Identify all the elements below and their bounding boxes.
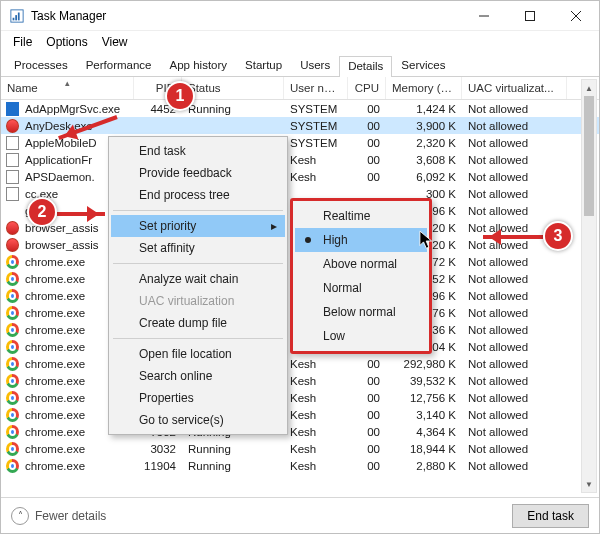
- priority-low[interactable]: Low: [295, 324, 427, 348]
- menu-file[interactable]: File: [7, 33, 38, 51]
- col-name[interactable]: ▴Name: [1, 77, 134, 99]
- selected-dot-icon: [305, 237, 311, 243]
- table-row[interactable]: chrome.exe11904RunningKesh002,880 KNot a…: [1, 457, 599, 474]
- cell-cpu: 00: [348, 392, 386, 404]
- svg-rect-2: [15, 15, 17, 20]
- cell-memory: 39,532 K: [386, 375, 462, 387]
- process-context-menu[interactable]: End taskProvide feedbackEnd process tree…: [108, 136, 288, 435]
- submenu-arrow-icon: ▸: [271, 219, 277, 233]
- cell-memory: 3,900 K: [386, 120, 462, 132]
- process-icon: [1, 255, 19, 269]
- priority-label: Low: [323, 329, 345, 343]
- scroll-up-button[interactable]: ▲: [582, 80, 596, 96]
- cell-memory: 6,092 K: [386, 171, 462, 183]
- taskmgr-app-icon: [9, 8, 25, 24]
- cell-status: Running: [182, 103, 284, 115]
- cell-uac: Not allowed: [462, 375, 567, 387]
- table-row[interactable]: chrome.exe7532RunningKesh004,364 KNot al…: [1, 423, 599, 440]
- process-icon: [1, 119, 19, 133]
- window-close-button[interactable]: [553, 1, 599, 31]
- annotation-badge-3: 3: [543, 221, 573, 251]
- chevron-up-icon: ˄: [11, 507, 29, 525]
- vertical-scrollbar[interactable]: ▲ ▼: [581, 79, 597, 493]
- cell-memory: 3,140 K: [386, 409, 462, 421]
- priority-normal[interactable]: Normal: [295, 276, 427, 300]
- cell-user: Kesh: [284, 443, 348, 455]
- col-uac[interactable]: UAC virtualizat...: [462, 77, 567, 99]
- menu-item-analyze-wait-chain[interactable]: Analyze wait chain: [111, 268, 285, 290]
- menu-item-uac-virtualization: UAC virtualization: [111, 290, 285, 312]
- tab-startup[interactable]: Startup: [236, 55, 291, 76]
- cell-cpu: 00: [348, 358, 386, 370]
- priority-high[interactable]: High: [295, 228, 427, 252]
- process-icon: [1, 187, 19, 201]
- menu-item-provide-feedback[interactable]: Provide feedback: [111, 162, 285, 184]
- cell-user: SYSTEM: [284, 120, 348, 132]
- tab-performance[interactable]: Performance: [77, 55, 161, 76]
- scroll-thumb[interactable]: [584, 96, 594, 216]
- table-row[interactable]: chrome.exeKesh00292,980 KNot allowed: [1, 355, 599, 372]
- priority-realtime[interactable]: Realtime: [295, 204, 427, 228]
- table-row[interactable]: AppleMobileDSYSTEM002,320 KNot allowed: [1, 134, 599, 151]
- tab-services[interactable]: Services: [392, 55, 454, 76]
- table-row[interactable]: AdAppMgrSvc.exe4452RunningSYSTEM001,424 …: [1, 100, 599, 117]
- cell-memory: 12,756 K: [386, 392, 462, 404]
- menu-item-open-file-location[interactable]: Open file location: [111, 343, 285, 365]
- cell-memory: 18,944 K: [386, 443, 462, 455]
- scroll-down-button[interactable]: ▼: [582, 476, 596, 492]
- cell-cpu: 00: [348, 426, 386, 438]
- priority-below-normal[interactable]: Below normal: [295, 300, 427, 324]
- table-row[interactable]: chrome.exeKesh0039,532 KNot allowed: [1, 372, 599, 389]
- menu-item-properties[interactable]: Properties: [111, 387, 285, 409]
- table-row[interactable]: chrome.exe3032RunningKesh0018,944 KNot a…: [1, 440, 599, 457]
- cell-uac: Not allowed: [462, 205, 567, 217]
- process-icon: [1, 204, 19, 218]
- tab-users[interactable]: Users: [291, 55, 339, 76]
- tab-details[interactable]: Details: [339, 56, 392, 77]
- priority-submenu[interactable]: RealtimeHighAbove normalNormalBelow norm…: [290, 198, 432, 354]
- col-user[interactable]: User name: [284, 77, 348, 99]
- cell-memory: 1,424 K: [386, 103, 462, 115]
- scroll-track[interactable]: [582, 96, 596, 476]
- svg-rect-5: [526, 11, 535, 20]
- col-mem[interactable]: Memory (a...: [386, 77, 462, 99]
- table-row[interactable]: chrome.exe2652RunningKesh003,140 KNot al…: [1, 406, 599, 423]
- fewer-details-label: Fewer details: [35, 509, 106, 523]
- menu-item-create-dump-file[interactable]: Create dump file: [111, 312, 285, 334]
- table-row[interactable]: APSDaemon.Kesh006,092 KNot allowed: [1, 168, 599, 185]
- cell-user: Kesh: [284, 409, 348, 421]
- window-maximize-button[interactable]: [507, 1, 553, 31]
- menu-item-end-task[interactable]: End task: [111, 140, 285, 162]
- menu-item-search-online[interactable]: Search online: [111, 365, 285, 387]
- process-icon: [1, 408, 19, 422]
- menu-item-set-affinity[interactable]: Set affinity: [111, 237, 285, 259]
- annotation-arrow-2: [57, 212, 105, 216]
- menu-item-end-process-tree[interactable]: End process tree: [111, 184, 285, 206]
- process-icon: [1, 221, 19, 235]
- fewer-details-button[interactable]: ˄ Fewer details: [11, 507, 106, 525]
- cell-uac: Not allowed: [462, 154, 567, 166]
- window-minimize-button[interactable]: [461, 1, 507, 31]
- menu-options[interactable]: Options: [40, 33, 93, 51]
- cell-memory: 2,320 K: [386, 137, 462, 149]
- cell-memory: 292,980 K: [386, 358, 462, 370]
- table-row[interactable]: ApplicationFrKesh003,608 KNot allowed: [1, 151, 599, 168]
- process-icon: [1, 306, 19, 320]
- cell-memory: 3,608 K: [386, 154, 462, 166]
- cell-user: Kesh: [284, 154, 348, 166]
- annotation-arrow-3: [483, 235, 543, 239]
- menu-view[interactable]: View: [96, 33, 134, 51]
- tab-app-history[interactable]: App history: [161, 55, 237, 76]
- menu-item-set-priority[interactable]: Set priority▸: [111, 215, 285, 237]
- menu-separator: [113, 210, 283, 211]
- table-row[interactable]: chrome.exe2960RunningKesh0012,756 KNot a…: [1, 389, 599, 406]
- end-task-button[interactable]: End task: [512, 504, 589, 528]
- col-cpu[interactable]: CPU: [348, 77, 386, 99]
- priority-above-normal[interactable]: Above normal: [295, 252, 427, 276]
- cell-cpu: 00: [348, 409, 386, 421]
- cell-user: Kesh: [284, 392, 348, 404]
- menu-item-go-to-service-s-[interactable]: Go to service(s): [111, 409, 285, 431]
- tab-processes[interactable]: Processes: [5, 55, 77, 76]
- col-status[interactable]: Status: [182, 77, 284, 99]
- process-icon: [1, 374, 19, 388]
